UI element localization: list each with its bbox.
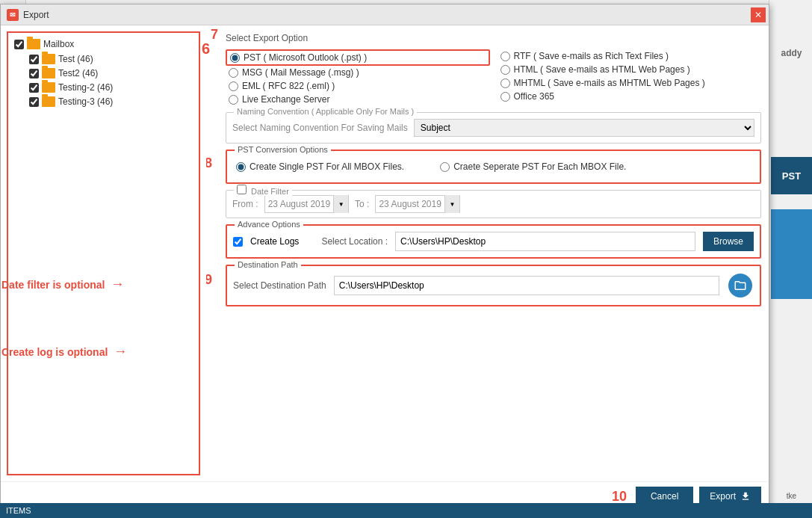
section-header: Select Export Option — [226, 33, 761, 43]
select-location-label: Select Location : — [321, 236, 388, 247]
test-checkbox[interactable] — [29, 55, 39, 64]
single-pst-option[interactable]: Create Single PST For All MBOX Files. — [233, 160, 407, 173]
folder-open-icon — [728, 274, 752, 297]
destination-browse-button[interactable] — [727, 272, 754, 299]
pst-option[interactable]: PST ( Microsoft Outlook (.pst) ) — [226, 49, 490, 66]
list-item[interactable]: Testing-2 (46) — [29, 82, 193, 93]
to-label: To : — [355, 199, 369, 209]
testing2-checkbox[interactable] — [29, 83, 39, 93]
html-label: HTML ( Save e-mails as HTML Web Pages ) — [514, 64, 690, 75]
annotation-10: 10 — [612, 489, 627, 505]
left-options: PST ( Microsoft Outlook (.pst) ) MSG ( M… — [226, 49, 490, 106]
single-pst-label: Create Single PST For All MBOX Files. — [250, 161, 404, 172]
tree-item-label: Test2 (46) — [58, 68, 98, 78]
pst-label: PST ( Microsoft Outlook (.pst) ) — [244, 52, 367, 63]
right-options: RTF ( Save e-mails as Rich Text Files ) … — [498, 49, 762, 106]
naming-convention-section: Naming Convention ( Applicable Only For … — [226, 112, 761, 144]
app-icon: ✉ — [7, 9, 19, 21]
msg-radio[interactable] — [229, 68, 238, 78]
live-label: Live Exchange Server — [242, 94, 329, 105]
folder-icon — [42, 68, 55, 78]
pst-conversion-container: 8 PST Conversion Options Create Single P… — [226, 149, 761, 184]
folder-icon — [42, 96, 55, 107]
naming-row: Select Naming Convention For Saving Mail… — [232, 119, 754, 137]
annotation-9: 9 — [206, 272, 212, 288]
office365-radio[interactable] — [500, 92, 510, 102]
rtf-radio[interactable] — [500, 52, 510, 61]
from-label: From : — [232, 199, 258, 209]
testing3-checkbox[interactable] — [29, 97, 39, 107]
annotation-7: 7 — [211, 27, 218, 43]
destination-path-container: 9 Destination Path Select Destination Pa… — [226, 265, 761, 306]
live-radio[interactable] — [229, 95, 238, 105]
export-label: Export — [710, 491, 736, 502]
tree-container: Mailbox Test (46) Test2 (46) — [1, 25, 206, 481]
export-icon — [740, 491, 751, 502]
separate-pst-option[interactable]: Craete Seperate PST For Each MBOX File. — [437, 160, 629, 173]
close-button[interactable]: ✕ — [751, 7, 766, 22]
pst-options-row: Create Single PST For All MBOX Files. Cr… — [233, 157, 754, 176]
tree-children: Test (46) Test2 (46) Testing-2 (46) — [14, 54, 193, 107]
to-date-text: 23 August 2019 — [376, 195, 444, 213]
right-section: 7 Select Export Option PST ( Microsoft O… — [206, 25, 769, 481]
destination-input[interactable] — [334, 276, 719, 295]
tree-root-item[interactable]: Mailbox — [14, 39, 193, 49]
mhtml-option[interactable]: MHTML ( Save e-mails as MHTML Web Pages … — [498, 76, 762, 90]
list-item[interactable]: Testing-3 (46) — [29, 96, 193, 107]
folder-icon — [42, 54, 55, 64]
blue-banner — [771, 209, 812, 299]
mailbox-checkbox[interactable] — [14, 40, 24, 49]
dest-row: Select Destination Path — [233, 272, 754, 299]
folder-icon — [27, 39, 40, 49]
export-options-grid: PST ( Microsoft Outlook (.pst) ) MSG ( M… — [226, 49, 761, 106]
eml-label: EML ( RFC 822 (.eml) ) — [242, 81, 335, 91]
rtf-option[interactable]: RTF ( Save e-mails as Rich Text Files ) — [498, 49, 762, 63]
naming-select[interactable]: Subject Date From To — [414, 119, 754, 137]
right-panel: addy PST tke — [769, 0, 812, 518]
title-bar: ✉ Export ✕ — [1, 4, 769, 25]
create-logs-checkbox[interactable] — [233, 237, 243, 247]
browse-button[interactable]: Browse — [703, 232, 754, 251]
from-date-text: 23 August 2019 — [265, 195, 333, 213]
annotation-8: 8 — [206, 155, 212, 171]
separate-pst-label: Craete Seperate PST For Each MBOX File. — [453, 161, 626, 172]
html-option[interactable]: HTML ( Save e-mails as HTML Web Pages ) — [498, 63, 762, 76]
naming-label: Select Naming Convention For Saving Mail… — [232, 123, 408, 133]
create-log-annotation: Create log is optional → — [1, 344, 127, 360]
dialog-title: Export — [23, 10, 763, 20]
list-item[interactable]: Test2 (46) — [29, 68, 193, 78]
from-date-input[interactable]: 23 August 2019 ▼ — [264, 195, 349, 213]
pst-options-box: PST Conversion Options Create Single PST… — [226, 149, 761, 184]
eml-radio[interactable] — [229, 81, 238, 91]
mhtml-radio[interactable] — [500, 78, 510, 88]
date-filter-annotation: Date filter is optional → — [1, 277, 124, 292]
html-radio[interactable] — [500, 65, 510, 75]
date-filter-checkbox[interactable] — [237, 185, 247, 194]
date-filter-legend-text: Date Filter — [251, 187, 289, 196]
to-date-button[interactable]: ▼ — [444, 195, 459, 213]
tree-panel: Mailbox Test (46) Test2 (46) — [7, 31, 200, 475]
to-date-input[interactable]: 23 August 2019 ▼ — [375, 195, 459, 213]
from-date-button[interactable]: ▼ — [333, 195, 348, 213]
single-pst-radio[interactable] — [236, 162, 246, 172]
date-row: From : 23 August 2019 ▼ To : 23 August 2… — [232, 195, 754, 213]
list-item[interactable]: Test (46) — [29, 54, 193, 64]
rtf-label: RTF ( Save e-mails as Rich Text Files ) — [514, 51, 669, 61]
status-bar: ITEMS — [0, 503, 812, 518]
office365-label: Office 365 — [514, 91, 554, 102]
pst-options-legend: PST Conversion Options — [235, 145, 331, 154]
pst-radio[interactable] — [230, 53, 240, 63]
dest-label: Select Destination Path — [233, 280, 326, 291]
msg-option[interactable]: MSG ( Mail Message (.msg) ) — [226, 66, 490, 79]
office365-option[interactable]: Office 365 — [498, 90, 762, 103]
tree-item-label: Testing-2 (46) — [58, 82, 113, 93]
location-input[interactable] — [395, 232, 695, 251]
live-option[interactable]: Live Exchange Server — [226, 93, 490, 106]
date-filter-legend: Date Filter — [234, 185, 292, 196]
test2-checkbox[interactable] — [29, 69, 39, 78]
separate-pst-radio[interactable] — [440, 162, 450, 172]
eml-option[interactable]: EML ( RFC 822 (.eml) ) — [226, 79, 490, 93]
tree-item-label: Testing-3 (46) — [58, 96, 113, 107]
export-options-section: Select Export Option PST ( Microsoft Out… — [226, 33, 761, 306]
advance-options-box: Advance Options Create Logs Select Locat… — [226, 224, 761, 259]
